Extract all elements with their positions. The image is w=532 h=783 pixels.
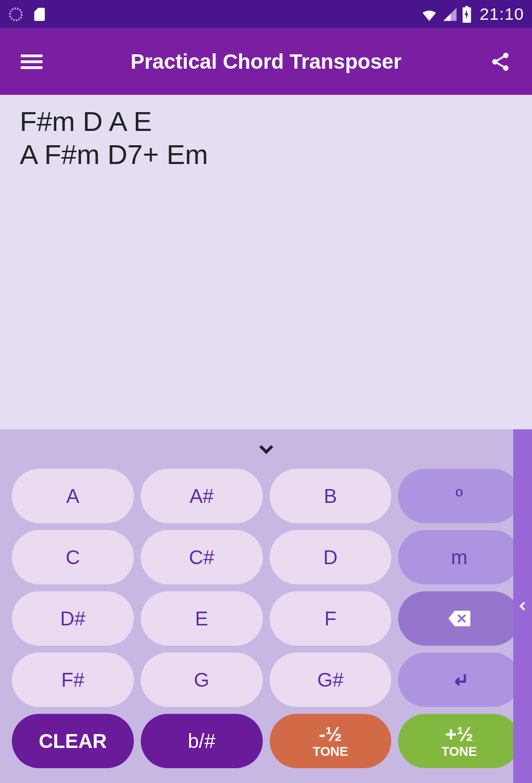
key-backspace[interactable] bbox=[398, 591, 520, 646]
svg-rect-4 bbox=[21, 60, 42, 63]
svg-rect-2 bbox=[465, 6, 468, 7]
key-enter[interactable] bbox=[398, 653, 520, 707]
collapse-keyboard-button[interactable] bbox=[12, 429, 520, 469]
key-d[interactable]: D bbox=[270, 530, 392, 584]
key-c-sharp[interactable]: C# bbox=[141, 530, 263, 584]
key-e[interactable]: E bbox=[141, 591, 263, 646]
key-f-sharp[interactable]: F# bbox=[12, 653, 134, 707]
chevron-down-icon bbox=[254, 437, 278, 461]
key-plus-half-tone[interactable]: +½ TONE bbox=[398, 714, 520, 768]
key-d-sharp[interactable]: D# bbox=[12, 591, 134, 646]
app-title: Practical Chord Transposer bbox=[43, 50, 489, 74]
backspace-icon bbox=[446, 609, 473, 628]
svg-rect-3 bbox=[21, 54, 42, 57]
svg-point-8 bbox=[503, 65, 509, 71]
svg-point-6 bbox=[503, 52, 509, 58]
signal-icon bbox=[442, 6, 458, 22]
tone-label: TONE bbox=[313, 745, 348, 758]
key-c[interactable]: C bbox=[12, 530, 134, 584]
chord-display[interactable]: F#m D A E A F#m D7+ Em bbox=[0, 95, 532, 429]
spinner-icon bbox=[8, 6, 24, 22]
enter-icon bbox=[449, 669, 470, 691]
key-minor[interactable]: m bbox=[398, 530, 520, 584]
key-f[interactable]: F bbox=[270, 591, 392, 646]
svg-point-7 bbox=[492, 59, 498, 64]
key-a-sharp[interactable]: A# bbox=[141, 469, 263, 523]
key-g-sharp[interactable]: G# bbox=[270, 653, 392, 707]
share-icon[interactable] bbox=[489, 50, 512, 74]
minus-half-label: -½ bbox=[319, 724, 342, 744]
key-flat-sharp[interactable]: b/# bbox=[141, 714, 263, 768]
key-diminished[interactable]: º bbox=[398, 469, 520, 523]
key-g[interactable]: G bbox=[141, 653, 263, 707]
svg-rect-5 bbox=[21, 66, 42, 69]
battery-charging-icon bbox=[462, 6, 472, 23]
key-minus-half-tone[interactable]: -½ TONE bbox=[270, 714, 392, 768]
keyboard-panel: A A# B º C C# D m D# E F bbox=[0, 429, 532, 783]
plus-half-label: +½ bbox=[445, 724, 473, 744]
key-b[interactable]: B bbox=[270, 469, 392, 523]
tone-label: TONE bbox=[442, 745, 477, 758]
menu-icon[interactable] bbox=[20, 50, 43, 74]
status-bar: 21:10 bbox=[0, 0, 532, 28]
sd-card-icon bbox=[32, 6, 47, 22]
app-bar: Practical Chord Transposer bbox=[0, 28, 532, 95]
key-a[interactable]: A bbox=[12, 469, 134, 523]
key-clear[interactable]: CLEAR bbox=[12, 714, 134, 768]
chevron-left-icon bbox=[515, 599, 530, 614]
wifi-icon bbox=[420, 5, 438, 23]
status-time: 21:10 bbox=[480, 4, 524, 24]
side-drawer-handle[interactable] bbox=[513, 429, 532, 783]
svg-point-0 bbox=[10, 8, 22, 20]
